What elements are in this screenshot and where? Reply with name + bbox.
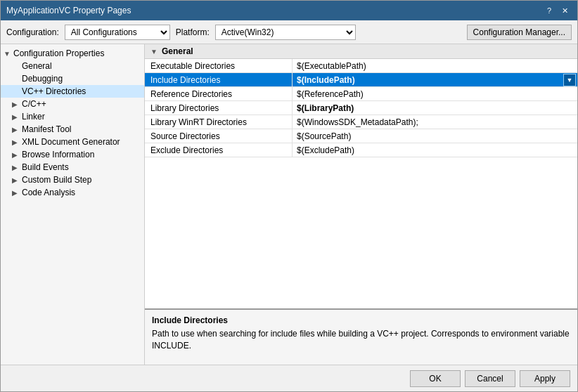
expand-icon-custom-build: ▶ (12, 176, 22, 184)
prop-row-executable-dirs[interactable]: Executable Directories $(ExecutablePath) (145, 59, 577, 73)
apply-button[interactable]: Apply (520, 370, 570, 387)
tree-item-linker[interactable]: ▶ Linker (1, 110, 144, 123)
prop-row-reference-dirs[interactable]: Reference Directories $(ReferencePath) (145, 87, 577, 101)
prop-value-exclude-dirs[interactable]: $(ExcludePath) (293, 143, 577, 157)
expand-icon-manifest: ▶ (12, 126, 22, 133)
content-area: ▼ Configuration Properties General Debug… (1, 44, 577, 365)
prop-value-executable-dirs[interactable]: $(ExecutablePath) (293, 59, 577, 72)
tree-item-build-events[interactable]: ▶ Build Events (1, 161, 144, 174)
tree-label-linker: Linker (22, 112, 45, 122)
right-panel: ▼ General Executable Directories $(Execu… (145, 44, 577, 365)
prop-name-source-dirs: Source Directories (145, 129, 293, 143)
config-manager-button[interactable]: Configuration Manager... (467, 25, 572, 40)
expand-icon-c-cpp: ▶ (12, 100, 22, 108)
prop-row-exclude-dirs[interactable]: Exclude Directories $(ExcludePath) (145, 143, 577, 157)
expand-icon: ▼ (4, 50, 13, 58)
section-toggle-icon[interactable]: ▼ (150, 48, 159, 55)
prop-row-library-dirs[interactable]: Library Directories $(LibraryPath) (145, 101, 577, 115)
prop-name-library-dirs: Library Directories (145, 101, 293, 115)
tree-label-vc-directories: VC++ Directories (22, 86, 86, 96)
tree-item-custom-build-step[interactable]: ▶ Custom Build Step (1, 174, 144, 186)
ok-button[interactable]: OK (410, 370, 461, 387)
expand-icon-xml: ▶ (12, 138, 22, 146)
prop-name-exclude-dirs: Exclude Directories (145, 143, 293, 157)
prop-value-include-dirs[interactable]: $(IncludePath) ▼ (293, 73, 577, 86)
bottom-bar: OK Cancel Apply (1, 365, 577, 391)
tree-label-debugging: Debugging (22, 74, 63, 84)
tree-item-debugging[interactable]: Debugging (1, 72, 144, 85)
description-text: Path to use when searching for include f… (152, 328, 570, 352)
expand-icon-code-analysis: ▶ (12, 189, 22, 197)
dropdown-arrow-icon[interactable]: ▼ (563, 74, 576, 86)
expand-icon-linker: ▶ (12, 113, 22, 121)
tree-label-config-properties: Configuration Properties (13, 48, 104, 58)
section-header: ▼ General (145, 44, 577, 59)
left-panel: ▼ Configuration Properties General Debug… (1, 44, 145, 365)
prop-name-reference-dirs: Reference Directories (145, 87, 293, 100)
tree-label-general: General (22, 61, 52, 71)
description-area: Include Directories Path to use when sea… (145, 308, 577, 365)
properties-area: ▼ General Executable Directories $(Execu… (145, 44, 577, 308)
prop-row-source-dirs[interactable]: Source Directories $(SourcePath) (145, 129, 577, 143)
config-label: Configuration: (6, 27, 59, 37)
cancel-button[interactable]: Cancel (465, 370, 515, 387)
prop-row-library-winrt-dirs[interactable]: Library WinRT Directories $(WindowsSDK_M… (145, 115, 577, 129)
tree-label-build-events: Build Events (22, 162, 69, 172)
close-button[interactable]: ✕ (558, 5, 572, 16)
prop-name-executable-dirs: Executable Directories (145, 59, 293, 72)
tree-item-config-properties[interactable]: ▼ Configuration Properties (1, 47, 144, 60)
toolbar: Configuration: All Configurations Platfo… (1, 20, 577, 44)
title-bar: MyApplicationVC Property Pages ? ✕ (1, 1, 577, 20)
platform-label: Platform: (176, 27, 210, 37)
tree-item-general[interactable]: General (1, 60, 144, 72)
tree-label-code-analysis: Code Analysis (22, 188, 75, 197)
help-button[interactable]: ? (542, 5, 556, 16)
title-bar-controls: ? ✕ (542, 5, 572, 16)
tree-item-code-analysis[interactable]: ▶ Code Analysis (1, 186, 144, 199)
expand-icon-browse: ▶ (12, 151, 22, 159)
tree-label-c-cpp: C/C++ (22, 99, 46, 109)
tree-item-vc-directories[interactable]: VC++ Directories (1, 85, 144, 98)
prop-name-include-dirs: Include Directories (145, 73, 293, 86)
prop-value-library-dirs[interactable]: $(LibraryPath) (293, 101, 577, 115)
description-title: Include Directories (152, 315, 570, 325)
property-pages-window: MyApplicationVC Property Pages ? ✕ Confi… (0, 0, 578, 392)
tree-item-manifest-tool[interactable]: ▶ Manifest Tool (1, 123, 144, 136)
tree-label-browse-information: Browse Information (22, 150, 94, 159)
tree-item-xml-document-generator[interactable]: ▶ XML Document Generator (1, 136, 144, 148)
platform-select[interactable]: Active(Win32) (215, 25, 356, 40)
section-header-label: General (162, 46, 193, 56)
tree-item-c-cpp[interactable]: ▶ C/C++ (1, 98, 144, 110)
prop-name-library-winrt-dirs: Library WinRT Directories (145, 115, 293, 129)
config-select[interactable]: All Configurations (65, 25, 170, 40)
prop-row-include-dirs[interactable]: Include Directories $(IncludePath) ▼ (145, 73, 577, 87)
prop-value-source-dirs[interactable]: $(SourcePath) (293, 129, 577, 143)
tree-item-browse-information[interactable]: ▶ Browse Information (1, 148, 144, 161)
expand-icon-build-events: ▶ (12, 164, 22, 171)
prop-value-library-winrt-dirs[interactable]: $(WindowsSDK_MetadataPath); (293, 115, 577, 129)
tree-label-custom-build-step: Custom Build Step (22, 175, 91, 185)
tree-label-manifest-tool: Manifest Tool (22, 124, 71, 134)
tree-label-xml-document-generator: XML Document Generator (22, 137, 120, 147)
prop-value-reference-dirs[interactable]: $(ReferencePath) (293, 87, 577, 100)
window-title: MyApplicationVC Property Pages (6, 6, 131, 15)
